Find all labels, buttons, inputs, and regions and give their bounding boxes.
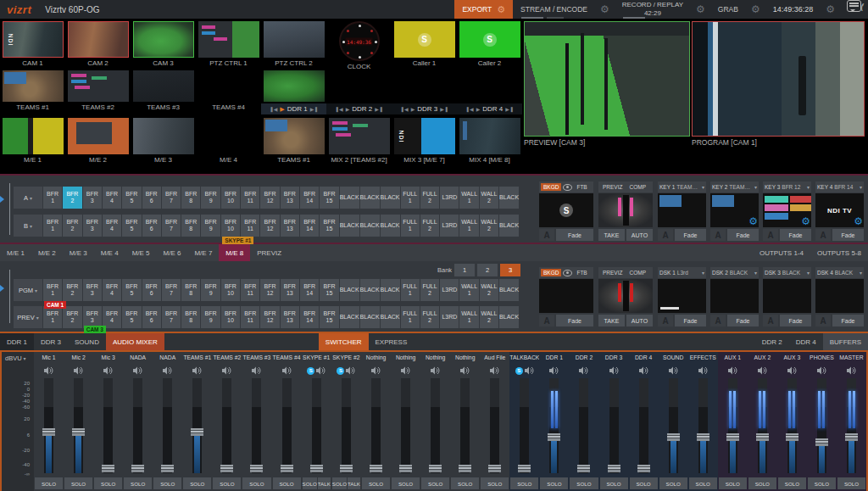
channel-fader[interactable] [182,377,212,477]
fade-button[interactable]: Fade [675,229,706,241]
source-button-bfr-14[interactable]: BFR 14 [300,187,319,209]
overlay-a-button[interactable]: A [710,315,726,326]
stream-encode-button[interactable]: STREAM / ENCODE [513,0,595,19]
solo-button[interactable]: SOLO [689,477,717,489]
channel-fader[interactable] [509,377,539,477]
solo-button[interactable]: SOLO [35,477,63,489]
speaker-icon[interactable] [346,366,355,375]
block-thumbnail[interactable] [710,279,759,313]
monitor-viewport-mix-2-teams-2[interactable] [329,118,390,154]
overlay-a-button[interactable]: A [763,229,778,241]
ddr-transport-ddr-1[interactable]: ❚◀▶DDR 1▶❚ [261,103,326,114]
solo-button[interactable]: SOLO [392,477,420,489]
play-icon[interactable]: ▶ [346,106,350,112]
prev-clip-icon[interactable]: ❚◀ [270,106,278,112]
source-button-bfr-4[interactable]: BFR 4 [103,187,121,209]
fader-handle[interactable] [459,465,471,472]
source-button-bfr-10[interactable]: BFR 10 [221,306,240,328]
channel-fader[interactable] [807,377,837,477]
fade-button[interactable]: Fade [780,229,811,241]
previz-button[interactable]: PREVIZ [600,269,625,276]
play-icon[interactable]: ▶ [280,106,284,113]
play-icon[interactable]: ▶ [411,106,415,112]
source-button-bfr-15[interactable]: BFR 15 [320,187,338,209]
speaker-icon[interactable] [525,366,534,375]
fader-handle[interactable] [786,433,798,441]
auto-button[interactable]: AUTO [626,229,653,241]
key-source-select[interactable]: BFR 14 [834,184,858,190]
fader-handle[interactable] [310,465,323,472]
speaker-icon[interactable] [549,366,559,375]
solo-button[interactable]: SOLO [570,477,598,489]
speaker-icon[interactable] [431,366,440,375]
monitor-viewport-ddr-1[interactable] [264,70,325,102]
source-button-bfr-15[interactable]: BFR 15 [320,279,338,301]
block-thumbnail[interactable] [815,279,864,313]
channel-fader[interactable] [391,377,420,477]
speaker-icon[interactable] [371,366,381,375]
tab-m-e-8[interactable]: M/E 8 [219,244,250,261]
channel-fader[interactable] [718,377,748,477]
fade-button[interactable]: Fade [832,315,864,326]
auto-button[interactable]: AUTO [626,315,653,326]
solo-button[interactable]: SOLO [183,477,211,489]
monitor-viewport-teams-2[interactable] [68,70,129,102]
source-button-bfr-8[interactable]: BFR 8 [181,215,200,237]
solo-button[interactable]: SOLO [153,477,181,489]
tab-sound[interactable]: SOUND [68,333,106,350]
fader-handle[interactable] [726,433,739,441]
block-thumbnail[interactable] [658,193,706,227]
solo-button[interactable]: SOLO [242,477,270,489]
ftb-button[interactable]: FTB [574,183,589,191]
monitor-viewport-caller-1[interactable]: S [394,21,455,58]
monitor-viewport-ptz-ctrl-1[interactable] [198,21,259,58]
program-monitor[interactable]: PROGRAM [CAM 1] [692,21,865,174]
source-button-full-2[interactable]: FULL 2 [420,279,439,301]
overlay-a-button[interactable]: A [815,229,831,241]
monitor-viewport-teams-1[interactable] [264,118,325,154]
channel-fader[interactable] [302,377,331,477]
ddr-transport-ddr-4[interactable]: ❚◀▶DDR 4▶❚ [457,103,522,114]
tab-ddr-1[interactable]: DDR 1 [0,333,34,350]
clock-monitor[interactable]: 14:49:36 [339,21,380,61]
fader-handle[interactable] [488,465,501,472]
source-button-bfr-1[interactable]: BFR 1 [43,306,62,328]
take-button[interactable]: TAKE [598,229,625,241]
speaker-icon[interactable] [163,366,172,375]
t-bar[interactable] [598,279,653,313]
comp-button[interactable]: COMP [626,183,648,191]
overlay-a-button[interactable]: A [539,315,554,326]
speaker-icon[interactable] [639,366,648,375]
fader-handle[interactable] [429,465,442,472]
source-button-bfr-11[interactable]: BFR 11 [241,306,259,328]
next-clip-icon[interactable]: ▶❚ [375,106,383,112]
source-button-black[interactable]: BLACK [381,187,400,209]
record-replay-button[interactable]: RECORD / REPLAY42:29 [615,0,691,19]
fader-handle[interactable] [250,465,263,472]
source-button-l3rd[interactable]: L3RD [440,279,459,301]
solo-button[interactable]: SOLO [540,477,568,489]
key-source-select[interactable]: TEAMS #2 [729,184,753,190]
tab-outputs-5-8[interactable]: OUTPUTS 5-8 [810,244,868,261]
monitor-viewport-teams-4[interactable] [198,70,259,102]
solo-button[interactable]: SOLO [213,477,241,489]
fader-handle[interactable] [42,428,55,436]
next-clip-icon[interactable]: ▶❚ [440,106,448,112]
db-unit-selector[interactable]: dBVU▾ [2,352,34,362]
block-thumbnail[interactable]: ⚙ [710,193,759,227]
panel-grip[interactable] [7,261,14,332]
source-button-full-1[interactable]: FULL 1 [401,187,420,209]
monitor-viewport-ptz-ctrl-2[interactable] [264,21,325,58]
play-icon[interactable]: ▶ [476,106,481,112]
tab-m-e-7[interactable]: M/E 7 [187,244,219,261]
fade-button[interactable]: Fade [832,229,864,241]
source-button-bfr-1[interactable]: BFR 1 [43,215,62,237]
solo-button[interactable]: SOLO [94,477,122,489]
tab-previz[interactable]: PREVIZ [250,244,288,261]
tab-ddr-3[interactable]: DDR 3 [34,333,68,350]
t-bar-handle[interactable] [630,283,633,302]
t-bar-handle[interactable] [618,283,621,302]
source-button-black[interactable]: BLACK [360,187,380,209]
source-button-l3rd[interactable]: L3RD [440,306,459,328]
source-button-bfr-4[interactable]: BFR 4 [103,215,121,237]
